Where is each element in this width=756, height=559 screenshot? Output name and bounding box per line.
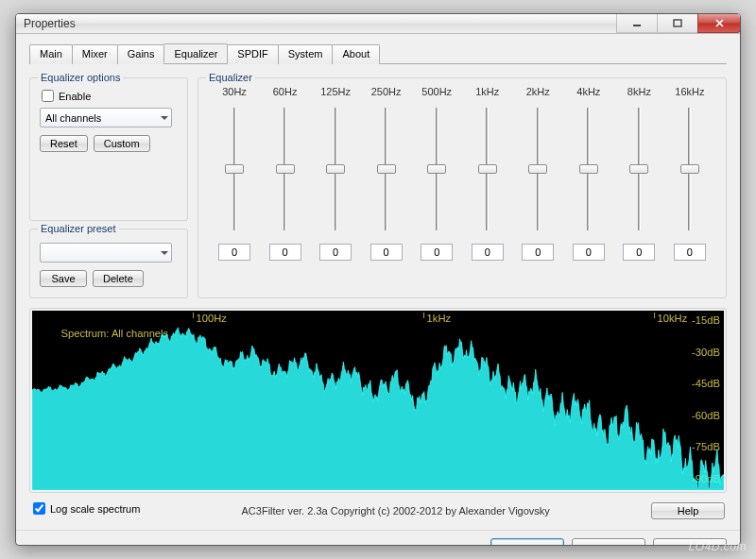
slider-thumb[interactable] [478,164,497,174]
tab-strip: MainMixerGainsEqualizerSPDIFSystemAbout [29,43,727,64]
eq-band: 500Hz0 [414,86,459,261]
svg-text:10kHz: 10kHz [658,313,688,324]
band-freq-label: 16kHz [675,86,704,100]
slider-thumb[interactable] [377,164,396,174]
group-legend: Equalizer [206,72,255,83]
group-legend: Equalizer options [38,72,123,83]
close-button[interactable] [697,14,741,33]
eq-band: 250Hz0 [364,86,409,261]
slider-thumb[interactable] [680,164,699,174]
band-slider[interactable] [325,103,346,235]
properties-window: Properties MainMixerGainsEqualizerSPDIFS… [15,13,741,546]
eq-band: 60Hz0 [263,86,308,261]
slider-thumb[interactable] [276,164,295,174]
cancel-button[interactable]: Cancel [572,538,645,546]
band-slider[interactable] [527,103,548,235]
band-value-input[interactable]: 0 [421,244,453,261]
tab-equalizer[interactable]: Equalizer [163,43,228,63]
window-title: Properties [24,17,76,30]
log-scale-label: Log scale spectrum [50,503,140,515]
equalizer-bands: 30Hz060Hz0125Hz0250Hz0500Hz01kHz02kHz04k… [208,86,716,261]
band-freq-label: 125Hz [320,86,351,100]
channel-select-value: All channels [45,112,101,124]
log-scale-row[interactable]: Log scale spectrum [33,502,140,515]
slider-thumb[interactable] [427,164,446,174]
band-freq-label: 500Hz [421,86,452,100]
tab-system[interactable]: System [278,44,334,64]
slider-thumb[interactable] [579,164,598,174]
help-button[interactable]: Help [651,502,725,519]
band-value-input[interactable]: 0 [218,244,250,261]
band-slider[interactable] [578,103,599,235]
log-scale-checkbox[interactable] [33,502,45,515]
svg-text:100Hz: 100Hz [197,313,228,324]
enable-checkbox-row[interactable]: Enable [42,90,178,102]
band-value-input[interactable]: 0 [623,244,655,261]
equalizer-group: Equalizer 30Hz060Hz0125Hz0250Hz0500Hz01k… [198,77,727,298]
tab-mixer[interactable]: Mixer [72,44,118,64]
band-freq-label: 30Hz [222,86,247,100]
group-legend: Equalizer preset [38,223,119,234]
window-buttons [617,14,740,33]
dialog-button-row: OK Cancel Apply [16,530,740,546]
tab-main[interactable]: Main [29,44,73,64]
slider-thumb[interactable] [326,164,345,174]
reset-button[interactable]: Reset [40,135,88,152]
slider-thumb[interactable] [225,164,244,174]
band-freq-label: 60Hz [273,86,298,100]
svg-rect-1 [674,20,681,26]
band-value-input[interactable]: 0 [319,244,352,261]
eq-band: 16kHz0 [667,86,713,261]
band-slider[interactable] [477,103,498,235]
delete-button[interactable]: Delete [93,270,144,287]
equalizer-options-group: Equalizer options Enable All channels Re… [29,77,188,221]
copyright-text: AC3Filter ver. 2.3a Copyright (c) 2002-2… [149,505,642,517]
band-value-input[interactable]: 0 [674,244,706,261]
titlebar[interactable]: Properties [16,14,740,34]
tab-gains[interactable]: Gains [117,44,165,64]
band-value-input[interactable]: 0 [370,244,403,261]
watermark: LO4D.com [689,540,747,553]
band-value-input[interactable]: 0 [573,244,605,261]
svg-text:-30dB: -30dB [692,347,720,358]
svg-rect-0 [633,25,641,26]
band-freq-label: 2kHz [526,86,550,100]
band-slider[interactable] [376,103,397,235]
band-freq-label: 250Hz [371,86,402,100]
content-area: MainMixerGainsEqualizerSPDIFSystemAbout … [16,34,740,530]
band-slider[interactable] [426,103,447,235]
channel-select[interactable]: All channels [40,108,172,127]
custom-button[interactable]: Custom [94,135,150,152]
eq-band: 125Hz0 [313,86,358,261]
minimize-button[interactable] [616,14,658,33]
eq-band: 4kHz0 [566,86,611,261]
eq-band: 1kHz0 [465,86,510,261]
band-slider[interactable] [679,103,700,235]
band-slider[interactable] [628,103,649,235]
eq-band: 2kHz0 [515,86,560,261]
maximize-button[interactable] [657,14,698,33]
tab-spdif[interactable]: SPDIF [227,44,278,64]
ok-button[interactable]: OK [490,538,564,546]
svg-text:-45dB: -45dB [692,378,720,389]
save-button[interactable]: Save [40,270,87,287]
band-slider[interactable] [275,103,296,235]
svg-text:-60dB: -60dB [692,410,720,421]
band-freq-label: 8kHz [627,86,651,100]
tab-about[interactable]: About [332,44,380,64]
band-value-input[interactable]: 0 [522,244,554,261]
enable-label: Enable [59,91,91,102]
svg-text:1kHz: 1kHz [427,313,452,324]
band-slider[interactable] [224,103,245,235]
band-value-input[interactable]: 0 [472,244,504,261]
preset-select[interactable] [40,243,172,263]
eq-band: 30Hz0 [212,86,257,261]
band-value-input[interactable]: 0 [269,244,301,261]
slider-thumb[interactable] [629,164,648,174]
footer-row: Log scale spectrum AC3Filter ver. 2.3a C… [29,500,727,520]
enable-checkbox[interactable] [42,90,54,102]
svg-text:-15dB: -15dB [692,314,720,326]
slider-thumb[interactable] [528,164,547,174]
top-row: Equalizer options Enable All channels Re… [29,77,727,298]
band-freq-label: 4kHz [576,86,600,100]
